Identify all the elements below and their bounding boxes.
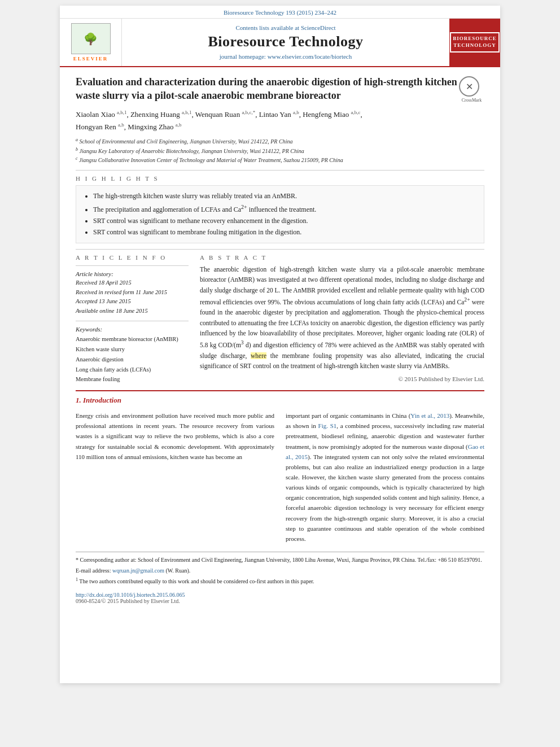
abstract-col: A B S T R A C T The anaerobic digestion … — [200, 254, 484, 385]
contents-line: Contents lists available at ScienceDirec… — [133, 24, 438, 31]
journal-logo-area: BIORESOURCETECHNOLOGY — [449, 19, 500, 66]
info-abstract-section: A R T I C L E I N F O Article history: R… — [76, 254, 484, 385]
keyword-item: Anaerobic digestion — [76, 355, 189, 365]
homepage-prefix: journal homepage: — [220, 53, 268, 60]
highlight-item: SRT control was significant to methane r… — [93, 215, 477, 226]
available-date: Available online 18 June 2015 — [76, 307, 189, 316]
cite-yin2013[interactable]: Yin et al., 2013 — [410, 412, 449, 419]
journal-ref: Bioresource Technology 193 (2015) 234–24… — [224, 9, 336, 16]
keyword-item: Kitchen waste slurry — [76, 344, 189, 355]
affiliations: a School of Environmental and Civil Engi… — [76, 137, 484, 164]
footnote-corresponding: * Corresponding author at: School of Env… — [76, 556, 484, 565]
article-info-label: A R T I C L E I N F O — [76, 254, 189, 261]
highlight-item: The precipitation and agglomeration of L… — [93, 202, 477, 215]
divider-4 — [76, 321, 189, 321]
doi-footer: http://dx.doi.org/10.1016/j.biortech.201… — [76, 592, 484, 604]
authors: Xiaolan Xiao a,b,1, Zhenxing Huang a,b,1… — [76, 108, 484, 133]
main-content: Evaluation and characterization during t… — [60, 67, 500, 612]
journal-title: Bioresource Technology — [133, 33, 438, 50]
journal-logo: BIORESOURCETECHNOLOGY — [450, 32, 500, 52]
footnote-co-first: 1 The two authors contributed equally to… — [76, 576, 484, 586]
divider-thick — [76, 390, 484, 391]
article-history: Article history: Received 18 April 2015 … — [76, 270, 189, 316]
crossmark-label: CrossMark — [459, 98, 484, 103]
page: Bioresource Technology 193 (2015) 234–24… — [60, 6, 500, 683]
crossmark-area: ✕ CrossMark — [459, 75, 484, 103]
intro-text-right: important part of organic contaminants i… — [286, 410, 484, 544]
keyword-item: Anaerobic membrane bioreactor (AnMBR) — [76, 334, 189, 344]
footnote-email: E-mail address: wqruan.jn@gmail.com (W. … — [76, 566, 484, 575]
crossmark-icon: ✕ — [459, 76, 479, 97]
elsevier-tree-icon: 🌳 — [71, 23, 111, 54]
affil-c: Jiangsu Collaborative Innovation Center … — [79, 157, 343, 163]
elsevier-brand: ELSEVIER — [73, 56, 108, 62]
body-col-left: Energy crisis and environment pollution … — [76, 410, 274, 544]
affil-a: School of Environmental and Civil Engine… — [80, 139, 293, 145]
keywords-list: Anaerobic membrane bioreactor (AnMBR) Ki… — [76, 334, 189, 385]
keyword-item: Long chain fatty acids (LCFAs) — [76, 365, 189, 375]
affil-b: Jiangsu Key Laboratory of Anaerobic Biot… — [80, 148, 304, 154]
fig-s1-link[interactable]: Fig. S1 — [318, 422, 337, 429]
intro-section-title: 1. Introduction — [76, 396, 484, 405]
homepage-url[interactable]: www.elsevier.com/locate/biortech — [268, 53, 352, 60]
abstract-text: The anaerobic digestion of high-strength… — [200, 264, 484, 372]
contents-prefix: Contents lists available at — [235, 24, 300, 31]
keywords-section: Keywords: Anaerobic membrane bioreactor … — [76, 326, 189, 385]
email-link[interactable]: wqruan.jn@gmail.com — [112, 567, 164, 574]
cite-gao2015[interactable]: Gao et al., 2015 — [286, 443, 484, 460]
history-label: Article history: — [76, 270, 189, 277]
homepage-line: journal homepage: www.elsevier.com/locat… — [133, 53, 438, 60]
highlight-item: The high-strength kitchen waste slurry w… — [93, 190, 477, 202]
sciencedirect-link[interactable]: ScienceDirect — [301, 24, 336, 31]
highlights-box: The high-strength kitchen waste slurry w… — [76, 185, 484, 243]
body-two-col: Energy crisis and environment pollution … — [76, 410, 484, 544]
header-center: Contents lists available at ScienceDirec… — [122, 19, 449, 66]
divider-3 — [76, 265, 189, 266]
doi-link[interactable]: http://dx.doi.org/10.1016/j.biortech.201… — [76, 592, 185, 598]
elsevier-logo-area: 🌳 ELSEVIER — [60, 19, 122, 66]
intro-title: Introduction — [83, 396, 121, 404]
keyword-item: Membrane fouling — [76, 374, 189, 385]
logo-title: BIORESOURCETECHNOLOGY — [450, 32, 500, 52]
journal-header: 🌳 ELSEVIER Contents lists available at S… — [60, 19, 500, 67]
body-col-right: important part of organic contaminants i… — [286, 410, 484, 544]
intro-text-left: Energy crisis and environment pollution … — [76, 410, 274, 462]
history-dates: Received 18 April 2015 Received in revis… — [76, 278, 189, 316]
divider-2 — [76, 249, 484, 250]
highlights-label: H I G H L I G H T S — [76, 175, 484, 182]
intro-number: 1. — [76, 396, 81, 404]
revised-date: Received in revised form 11 June 2015 — [76, 288, 189, 298]
article-title-section: Evaluation and characterization during t… — [76, 75, 484, 103]
highlight-item: SRT control was significant to membrane … — [93, 226, 477, 238]
divider-1 — [76, 170, 484, 171]
highlights-list: The high-strength kitchen waste slurry w… — [83, 190, 477, 238]
top-bar: Bioresource Technology 193 (2015) 234–24… — [60, 6, 500, 19]
footnotes-section: * Corresponding author at: School of Env… — [76, 552, 484, 586]
accepted-date: Accepted 13 June 2015 — [76, 297, 189, 307]
abstract-label: A B S T R A C T — [200, 254, 484, 261]
keywords-label: Keywords: — [76, 326, 189, 333]
article-info-col: A R T I C L E I N F O Article history: R… — [76, 254, 189, 385]
received-date: Received 18 April 2015 — [76, 278, 189, 288]
issn-line: 0960-8524/© 2015 Published by Elsevier L… — [76, 598, 484, 604]
article-title: Evaluation and characterization during t… — [76, 75, 459, 103]
copyright-line: © 2015 Published by Elsevier Ltd. — [200, 375, 484, 382]
